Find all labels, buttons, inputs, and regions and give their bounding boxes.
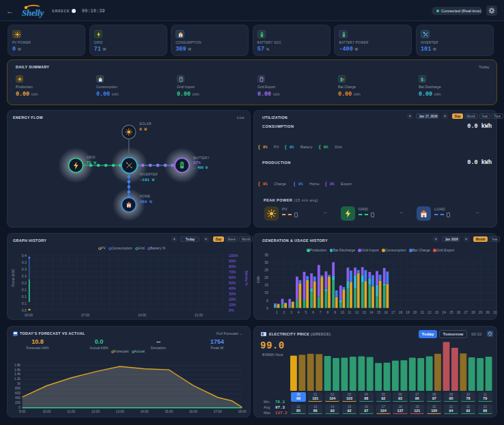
svg-text:Shelly: Shelly xyxy=(22,8,44,18)
